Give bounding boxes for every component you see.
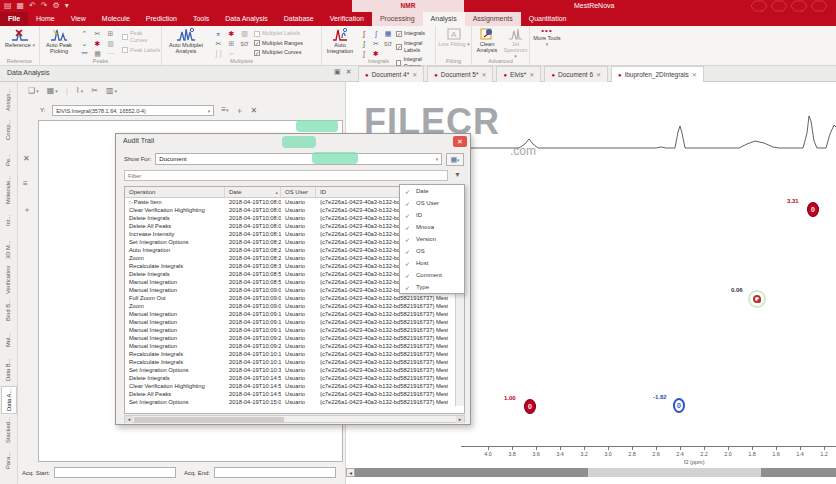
checkbox-multiplet-labels[interactable]: Multiplet Labels <box>254 30 303 37</box>
sidebar-tab-bindb[interactable]: Bind B... <box>1 296 17 324</box>
save-icon-icon[interactable]: ▦ <box>17 1 25 11</box>
new-series-button[interactable]: ❏▾ <box>28 86 39 95</box>
menu-item-mnova[interactable]: ✓Mnova <box>400 221 464 233</box>
auto-integration-button[interactable]: Auto Integration <box>324 28 356 54</box>
scrollbar-thumb[interactable] <box>588 468 761 477</box>
spectrum-1h-button[interactable]: 1H Spectrum ▾ <box>502 28 529 59</box>
tab-molecule[interactable]: Molecule <box>94 12 138 26</box>
close-tab-icon[interactable]: ✕ <box>481 71 486 78</box>
table-row[interactable]: Delete All Peaks2018-04-19T10:14:58Usuar… <box>125 390 448 398</box>
checkbox-integral-labels[interactable]: ✓Integral Labels <box>396 40 435 54</box>
acq-start-input[interactable] <box>54 467 176 478</box>
peak-copy-icon[interactable]: ▥ <box>104 39 117 49</box>
remove-series-button[interactable]: ✕ <box>251 105 258 116</box>
multiplet-edit-icon[interactable]: ⌅ <box>212 29 225 39</box>
scroll-right-icon[interactable]: ▸ <box>456 416 464 423</box>
menu-item-version[interactable]: ✓Version <box>400 233 464 245</box>
close-plot-icon[interactable]: ✕ <box>23 154 31 163</box>
multiplet-cut-icon[interactable]: ✂ <box>212 39 225 49</box>
checkbox-multiplet-curves[interactable]: ✓Multiplet Curves <box>254 49 303 56</box>
multiplet-table-icon[interactable]: ⊞ <box>225 39 238 49</box>
menu-item-date[interactable]: ✓Date <box>400 185 464 197</box>
sidebar-tab-comp[interactable]: Comp... <box>1 116 17 144</box>
sidebar-tab-assign[interactable]: Assign... <box>1 86 17 114</box>
line-fitting-button[interactable]: A Line Fitting ▾ <box>438 28 470 47</box>
tab-view[interactable]: View <box>63 12 94 26</box>
checkbox-multiplet-ranges[interactable]: ✓Multiplet Ranges <box>254 40 303 47</box>
add-series-button[interactable]: ＋ <box>236 105 244 116</box>
integral-table-icon[interactable]: ▦ <box>382 29 394 39</box>
plot-button[interactable]: ⌇▾ <box>76 86 83 95</box>
close-tab-icon[interactable]: ✕ <box>596 71 601 78</box>
table-row[interactable]: Full Zoom Out2018-04-19T10:09:02Usuario{… <box>125 294 448 302</box>
table-horizontal-scrollbar[interactable]: ◂ ▸ <box>124 415 465 423</box>
sidebar-tab-datab[interactable]: Data B... <box>1 356 17 384</box>
close-dialog-button[interactable]: ✕ <box>453 136 467 147</box>
integral-edit-icon[interactable]: ʃ <box>358 39 370 49</box>
close-tab-icon[interactable]: ✕ <box>529 71 534 78</box>
settings-icon-icon[interactable]: ⚙ <box>53 1 60 11</box>
table-row[interactable]: Manual Integration2018-04-19T10:09:13Usu… <box>125 318 448 326</box>
table-row[interactable]: Manual Integration2018-04-19T10:09:27Usu… <box>125 342 448 350</box>
list-icon[interactable]: ≡ <box>23 179 31 188</box>
auto-multiplet-analysis-button[interactable]: Auto Multiplet Analysis <box>164 28 208 54</box>
sidebar-tab-stacked[interactable]: Stacked... <box>1 416 17 444</box>
table-row[interactable]: Recalculate Integrals2018-04-19T10:10:12… <box>125 350 448 358</box>
tab-processing[interactable]: Processing <box>372 12 423 26</box>
checkbox-peak-curves[interactable]: Peak Curves <box>122 30 161 44</box>
doc-tab-elvis-[interactable]: ●Elvis*✕ <box>496 66 541 82</box>
image-button[interactable]: ▥▾ <box>106 86 117 95</box>
peak-gear-icon[interactable]: ⌄ <box>78 39 91 49</box>
menu-item-os[interactable]: ✓OS <box>400 245 464 257</box>
scroll-left-icon[interactable]: ◂ <box>346 468 355 477</box>
column-header-operation[interactable]: Operation <box>125 187 225 197</box>
column-header-date[interactable]: Date ▴ <box>225 187 281 197</box>
table-row[interactable]: Zoom2018-04-19T10:09:05Usuario{c7e226a1-… <box>125 302 448 310</box>
more-tools-button[interactable]: ••• More Tools ▾ <box>532 28 562 47</box>
menu-item-id[interactable]: ✓ID <box>400 209 464 221</box>
sidebar-tab-3dm[interactable]: 3D M... <box>1 236 17 264</box>
close-tab-icon[interactable]: ✕ <box>412 71 417 78</box>
auto-peak-picking-button[interactable]: Auto Peak Picking <box>42 28 76 54</box>
tab-assignments[interactable]: Assignments <box>465 12 521 26</box>
sidebar-tab-para[interactable]: Para... <box>1 446 17 474</box>
clean-analysis-button[interactable]: Clean Analysis <box>473 28 501 53</box>
undo-icon-icon[interactable]: ↶ <box>29 1 36 11</box>
menu-icon[interactable]: ≡▾ <box>221 104 228 116</box>
checkbox-integrals[interactable]: ✓Integrals <box>396 30 435 37</box>
reference-button[interactable]: Reference ▾ <box>3 28 37 48</box>
redo-icon-icon[interactable]: ↷ <box>41 1 48 11</box>
table-row[interactable]: Manual Integration2018-04-19T10:09:10Usu… <box>125 310 448 318</box>
table-row[interactable]: Manual Integration2018-04-19T10:09:23Usu… <box>125 334 448 342</box>
doc-tab-ibuprofen_2dintegrals[interactable]: ●ibuprofen_2DIntegrals✕ <box>611 66 704 82</box>
series-select[interactable]: ElVIS.Integral(3578.1.64, 16552.0-4)▾ <box>52 105 214 116</box>
integral-sum-icon[interactable]: sσ <box>382 39 394 49</box>
add-plot-icon[interactable]: ＋ <box>23 204 31 215</box>
table-row[interactable]: Set Integration Options2018-04-19T10:15:… <box>125 398 448 406</box>
cut-button[interactable]: ✂ <box>91 86 98 95</box>
tab-quantitation[interactable]: Quantitation <box>521 12 575 26</box>
tab-verification[interactable]: Verification <box>322 12 372 26</box>
delete-multiplets-icon[interactable]: ✱ <box>225 29 238 39</box>
table-row[interactable]: Delete Integrals2018-04-19T10:14:54Usuar… <box>125 374 448 382</box>
show-for-select[interactable]: Document▾ <box>155 153 442 165</box>
integral-manual-icon[interactable]: ʃ <box>358 29 370 39</box>
delete-peaks-icon[interactable]: ✱ <box>91 39 104 49</box>
scroll-left-icon[interactable]: ◂ <box>125 416 133 423</box>
peak-edit-icon[interactable]: ⌃ <box>78 29 91 39</box>
tab-file[interactable]: File <box>0 12 28 26</box>
integral-cut-icon[interactable]: ✂ <box>370 39 382 49</box>
multiplet-copy-icon[interactable]: ▥ <box>238 29 251 39</box>
menu-item-os-user[interactable]: ✓OS User <box>400 197 464 209</box>
tab-database[interactable]: Database <box>276 12 322 26</box>
doc-tab-document-4-[interactable]: ●Document 4*✕ <box>358 66 424 82</box>
tab-tools[interactable]: Tools <box>185 12 217 26</box>
menu-item-type[interactable]: ✓Type <box>400 281 464 293</box>
doc-tab-document-6[interactable]: ●Document 6✕ <box>544 66 608 82</box>
integral-predefined-icon[interactable]: ʃ <box>370 29 382 39</box>
table-row[interactable]: Manual Integration2018-04-19T10:09:19Usu… <box>125 326 448 334</box>
expand-row-icon[interactable]: ▷ <box>129 199 133 205</box>
sidebar-tab-verificationr[interactable]: Verification R... <box>1 266 17 294</box>
sidebar-tab-molecule[interactable]: Molecule... <box>1 176 17 204</box>
tab-home[interactable]: Home <box>28 12 63 26</box>
